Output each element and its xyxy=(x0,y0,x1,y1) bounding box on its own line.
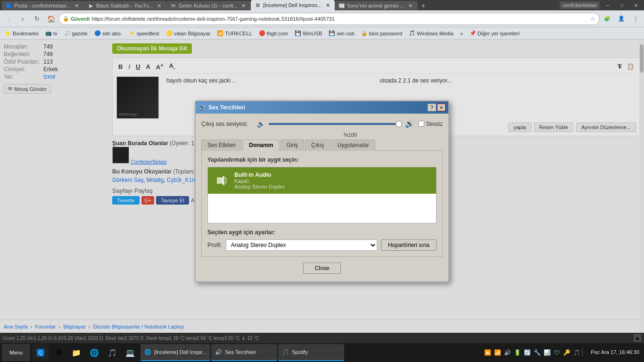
dialog-close-button[interactable]: ✕ xyxy=(437,104,446,111)
bookmark-vatan[interactable]: 🟡 vatan Bilgisayar xyxy=(163,29,214,37)
media-icon: 🎵 xyxy=(409,30,415,36)
home-button[interactable]: 🏠 xyxy=(44,12,58,25)
bookmark-other[interactable]: 📌 Diğer yer işaretleri xyxy=(467,29,522,37)
taskbar-icon-3[interactable]: 📁 xyxy=(68,344,85,361)
tab-posta[interactable]: 🔵 Posta - confickerbelasi... ✕ xyxy=(2,1,84,10)
tab-title-gmail: Gelen Kutusu (2) - confi... xyxy=(179,3,238,8)
bookmark-gazete[interactable]: 📰 gazete xyxy=(61,29,91,37)
volume-slider-thumb[interactable] xyxy=(396,121,402,127)
newspaper-icon: 📰 xyxy=(64,30,71,36)
device-item-builtin[interactable]: Built-in Audio Kapalı Analog Stereo Dupl… xyxy=(208,167,436,194)
bookmark-winusb2[interactable]: 💾 win usb xyxy=(326,29,357,37)
bookmark-thgtr[interactable]: 🔴 thgtr.com xyxy=(256,29,291,37)
forward-button[interactable]: › xyxy=(16,12,29,25)
user-account-button[interactable]: 👤 xyxy=(615,12,628,25)
tray-icon-2[interactable]: 🔧 xyxy=(533,348,541,357)
back-button[interactable]: ‹ xyxy=(2,12,15,25)
dialog-close-btn[interactable]: Close xyxy=(303,263,341,274)
dialog-tab-content: Yapılandırmak için bir aygıt seçin: xyxy=(201,150,443,257)
tray-icon-1[interactable]: 🔼 xyxy=(483,348,492,357)
tab-close-youtube[interactable]: ✕ xyxy=(156,2,163,9)
tab-cikis[interactable]: Çıkış xyxy=(305,140,330,151)
taskbar-app-browser[interactable]: 🌐 [İnceleme] Dell Inspir... xyxy=(140,344,210,361)
tray-battery-icon[interactable]: 🔋 xyxy=(513,348,521,357)
tab-ses-etkileri[interactable]: Ses Etkileri xyxy=(201,140,242,151)
extensions-button[interactable]: 🧩 xyxy=(601,12,614,25)
volume-high-icon: 🔊 xyxy=(405,119,414,128)
bookmark-speedtest[interactable]: ⚡ speedtest xyxy=(126,29,162,37)
taskbar-icon-6[interactable]: 💻 xyxy=(122,344,139,361)
tab-donanim[interactable]: Donanım xyxy=(243,140,279,151)
clock-display[interactable]: Paz Ara 17, 16:46:30 xyxy=(588,349,642,356)
taskbar-icon-4[interactable]: 🌐 xyxy=(86,344,103,361)
bookmark-label: Bookmarks xyxy=(13,31,39,36)
tab-close-sony[interactable]: ✕ xyxy=(407,2,414,9)
volume-slider[interactable] xyxy=(269,123,401,125)
browser-frame: 🔵 Posta - confickerbelasi... ✕ ▶ Black S… xyxy=(0,0,644,362)
tab-title-posta: Posta - confickerbelasi... xyxy=(14,3,71,8)
winusb2-icon: 💾 xyxy=(329,30,335,36)
tray-icon-4[interactable]: 🛡 xyxy=(553,348,561,357)
mute-checkbox[interactable] xyxy=(418,121,424,127)
tab-dell[interactable]: ⚙ [İnceleme] Dell Inspiron... ✕ xyxy=(251,0,335,10)
taskbar-icon-5[interactable]: 🎵 xyxy=(104,344,121,361)
tray-icon-5[interactable]: 🔑 xyxy=(562,348,571,357)
close-button[interactable]: ✕ xyxy=(630,1,642,9)
bookmark-star-icon[interactable]: ☆ xyxy=(590,16,595,22)
test-speakers-button[interactable]: Hoparlörleri sına xyxy=(381,239,437,251)
tab-sony[interactable]: 📰 Sony'nin amiral gemisi ... ✕ xyxy=(335,1,418,10)
address-bar[interactable]: 🔒 Güvenli https://forum.shiftdelete.net/… xyxy=(58,13,600,25)
mute-control: Sessiz xyxy=(418,121,443,127)
taskbar-app-browser-label: [İnceleme] Dell Inspir... xyxy=(154,349,206,355)
tab-close-gmail[interactable]: ✕ xyxy=(240,2,247,9)
tray-show-desktop[interactable] xyxy=(582,348,586,357)
new-tab-button[interactable]: + xyxy=(418,1,429,10)
bookmark-label: thgtr.com xyxy=(267,31,288,36)
minimize-button[interactable]: ─ xyxy=(602,1,614,9)
profile-label: Profil: xyxy=(207,242,222,248)
bookmark-label: Windows Media xyxy=(417,31,454,36)
bookmark-bookmarks[interactable]: ⭐ Bookmarks xyxy=(2,29,41,37)
bookmark-winusb[interactable]: 💾 WinUSB xyxy=(292,29,325,37)
bookmark-windows-media[interactable]: 🎵 Windows Media xyxy=(406,29,456,37)
taskbar: Menu Q 🖥 📁 🌐 🎵 💻 🌐 [İnceleme] Dell Inspi… xyxy=(0,343,644,362)
taskbar-app-spotify-label: Spotify xyxy=(292,349,308,355)
bookmark-turkcell[interactable]: 📶 TURKCELL xyxy=(214,29,255,37)
device-info: Built-in Audio Kapalı Analog Stereo Dupl… xyxy=(234,172,432,189)
bookmark-more[interactable]: » xyxy=(457,30,466,37)
bookmark-bios[interactable]: 🔒 bios password xyxy=(358,29,405,37)
tray-volume-icon[interactable]: 🔊 xyxy=(503,348,512,357)
tray-network-icon[interactable]: 📶 xyxy=(493,348,502,357)
bookmark-label: WinUSB xyxy=(303,31,322,36)
bookmark-tv[interactable]: 📺 tv xyxy=(42,29,60,37)
sdn-icon: 🔵 xyxy=(94,30,101,36)
bookmark-label: bios password xyxy=(369,31,402,36)
tab-close-dell[interactable]: ✕ xyxy=(324,2,331,8)
profile-select[interactable]: Analog Stereo Duplex xyxy=(226,239,377,251)
taskbar-icon-2[interactable]: 🖥 xyxy=(50,344,67,361)
tab-youtube[interactable]: ▶ Black Sabbath - YouTu... ✕ xyxy=(84,1,166,10)
user-label: confickerbelasi xyxy=(560,1,600,9)
bookmark-sdn[interactable]: 🔵 sdn abo. xyxy=(91,29,125,37)
tray-update-icon[interactable]: 🔄 xyxy=(523,348,531,357)
tab-close-posta[interactable]: ✕ xyxy=(74,2,80,9)
taskbar-app-ses[interactable]: 🔊 Ses Tercihleri xyxy=(211,344,277,361)
maximize-button[interactable]: □ xyxy=(616,1,628,9)
device-select-label: Yapılandırmak için bir aygıt seçin: xyxy=(207,156,437,163)
settings-label: Seçilen aygıt için ayarlar: xyxy=(207,229,437,236)
tab-favicon-sony: 📰 xyxy=(339,2,345,9)
tray-icon-6[interactable]: 🎵 xyxy=(572,348,581,357)
dialog-help-button[interactable]: ? xyxy=(428,104,436,111)
tray-icon-3[interactable]: 📊 xyxy=(543,348,551,357)
thgtr-icon: 🔴 xyxy=(259,30,265,36)
tab-uygulamalar[interactable]: Uygulamalar xyxy=(331,140,375,151)
settings-menu-button[interactable]: ⋮ xyxy=(629,12,642,25)
start-button[interactable]: Menu xyxy=(2,344,30,361)
taskbar-app-spotify[interactable]: 🎵 Spotify xyxy=(278,344,344,361)
nav-extra-buttons: 🧩 👤 ⋮ xyxy=(601,12,642,25)
device-list: Built-in Audio Kapalı Analog Stereo Dupl… xyxy=(207,167,437,223)
tab-giris[interactable]: Giriş xyxy=(280,140,304,151)
taskbar-icon-1[interactable]: Q xyxy=(32,344,49,361)
refresh-button[interactable]: ↻ xyxy=(30,12,43,25)
tab-gmail[interactable]: ✉ Gelen Kutusu (2) - confi... ✕ xyxy=(166,1,251,10)
